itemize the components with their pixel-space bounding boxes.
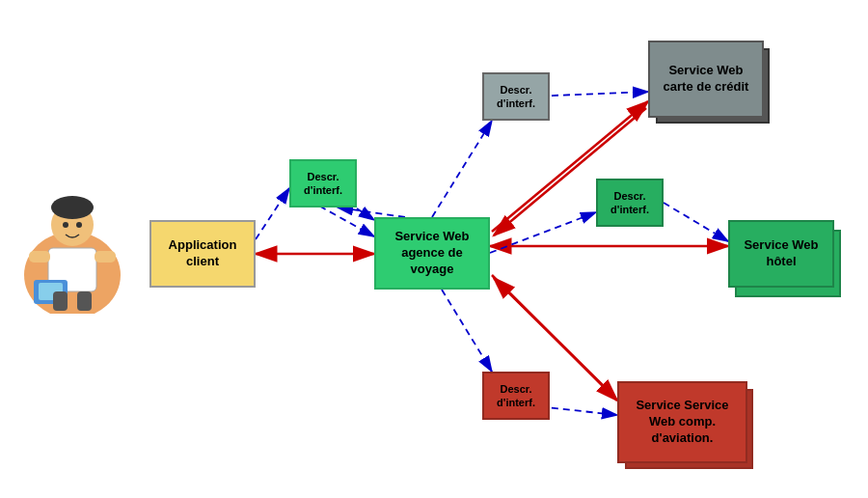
desc-interf-bottom-box: Descr. d'interf. xyxy=(482,372,550,420)
application-client-label: Application client xyxy=(157,237,248,270)
hotel-box: Service Web hôtel xyxy=(728,220,834,288)
svg-line-16 xyxy=(664,203,728,241)
svg-rect-29 xyxy=(53,291,68,311)
hotel-label: Service Web hôtel xyxy=(736,237,827,270)
svg-point-22 xyxy=(63,222,68,228)
agency-box: Service Web agence de voyage xyxy=(374,217,490,290)
desc-interf-mid-right-box: Descr. d'interf. xyxy=(596,179,664,227)
application-client-box: Application client xyxy=(149,220,256,288)
svg-rect-26 xyxy=(95,251,116,263)
diagram-container: Application client Descr. d'interf. Serv… xyxy=(0,0,868,498)
agency-label: Service Web agence de voyage xyxy=(382,229,482,278)
credit-card-box: Service Web carte de crédit xyxy=(648,41,764,118)
desc-interf-top-box: Descr. d'interf. xyxy=(482,72,550,121)
svg-rect-25 xyxy=(29,251,50,263)
credit-card-label: Service Web carte de crédit xyxy=(656,63,756,96)
aviation-label: Service Service Web comp. d'aviation. xyxy=(625,398,740,447)
svg-line-12 xyxy=(357,208,374,220)
svg-line-13 xyxy=(256,188,289,239)
desc-interf-bottom-label: Descr. d'interf. xyxy=(490,382,542,410)
person-illustration xyxy=(19,188,125,314)
svg-line-9 xyxy=(432,121,492,217)
svg-rect-30 xyxy=(77,291,92,311)
svg-point-23 xyxy=(76,222,82,228)
desc-interf-mid-left-box: Descr. d'interf. xyxy=(289,159,357,208)
svg-line-15 xyxy=(490,212,596,253)
svg-point-21 xyxy=(51,196,94,219)
desc-interf-mid-right-label: Descr. d'interf. xyxy=(604,189,656,217)
aviation-box: Service Service Web comp. d'aviation. xyxy=(617,381,747,463)
svg-line-17 xyxy=(442,290,492,372)
desc-interf-mid-left-label: Descr. d'interf. xyxy=(297,170,349,198)
desc-interf-top-label: Descr. d'interf. xyxy=(490,83,542,111)
svg-line-11 xyxy=(338,208,405,217)
